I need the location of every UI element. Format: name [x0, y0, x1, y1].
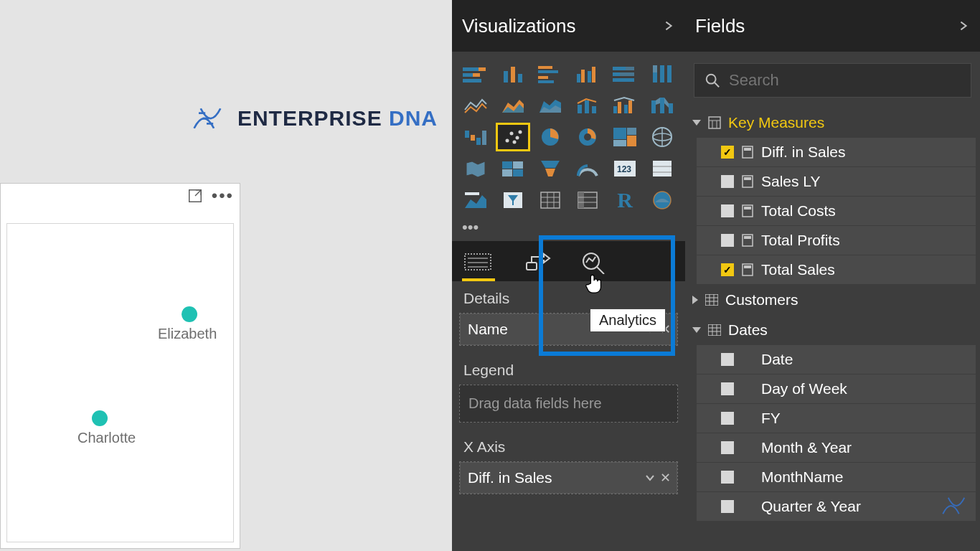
svg-rect-61: [613, 140, 626, 146]
matrix-icon[interactable]: [571, 187, 604, 214]
table-customers[interactable]: Customers: [687, 285, 980, 315]
field-sales-ly[interactable]: Sales LY: [697, 167, 976, 196]
svg-rect-24: [620, 72, 634, 76]
focus-mode-icon[interactable]: [187, 188, 203, 204]
card-icon[interactable]: 123: [608, 155, 641, 182]
hundred-column-icon[interactable]: [646, 60, 679, 88]
table-icon[interactable]: [534, 187, 567, 214]
panel-header: Fields: [685, 0, 980, 52]
field-total-costs[interactable]: Total Costs: [697, 197, 976, 225]
data-point[interactable]: [92, 410, 108, 426]
field-quarter-year[interactable]: Quarter & Year: [697, 492, 976, 521]
checkbox-icon[interactable]: [721, 146, 734, 159]
svg-rect-105: [744, 148, 751, 151]
scatter-chart-icon[interactable]: [496, 123, 529, 151]
checkbox-icon[interactable]: [721, 204, 734, 217]
checkbox-icon[interactable]: [721, 412, 734, 425]
arcgis-icon[interactable]: [646, 187, 679, 214]
field-month-year[interactable]: Month & Year: [697, 433, 976, 462]
kpi-icon[interactable]: [459, 187, 492, 214]
svg-rect-107: [744, 177, 751, 180]
stacked-column-icon[interactable]: [496, 60, 529, 88]
svg-rect-111: [744, 236, 751, 239]
svg-rect-86: [578, 192, 584, 208]
field-pill[interactable]: Diff. in Sales ✕: [460, 462, 677, 494]
field-date[interactable]: Date: [697, 345, 976, 374]
chevron-down-icon[interactable]: [645, 473, 655, 483]
svg-rect-11: [511, 67, 515, 83]
legend-well[interactable]: Drag data fields here: [459, 385, 678, 423]
svg-point-50: [506, 139, 509, 143]
svg-rect-43: [669, 103, 673, 113]
field-total-profits[interactable]: Total Profits: [697, 226, 976, 255]
field-monthname[interactable]: MonthName: [697, 463, 976, 491]
field-diff-in-sales[interactable]: Diff. in Sales: [697, 138, 976, 166]
gauge-icon[interactable]: [571, 155, 604, 182]
scatter-visual[interactable]: ••• Elizabeth Charlotte: [0, 183, 240, 549]
collapse-icon[interactable]: [662, 19, 675, 32]
filled-map-icon[interactable]: [459, 155, 492, 182]
checkbox-icon[interactable]: [721, 471, 734, 484]
svg-line-99: [715, 83, 719, 87]
checkbox-icon[interactable]: [721, 263, 734, 276]
field-fy[interactable]: FY: [697, 404, 976, 433]
table-dates[interactable]: Dates: [687, 315, 980, 345]
search-box[interactable]: [694, 63, 971, 98]
line-stacked-column-icon[interactable]: [571, 92, 604, 119]
svg-line-4: [195, 190, 201, 196]
donut-chart-icon[interactable]: [571, 123, 604, 151]
checkbox-icon[interactable]: [721, 234, 734, 247]
svg-rect-35: [585, 100, 589, 113]
fields-tab[interactable]: [463, 251, 494, 276]
line-clustered-column-icon[interactable]: [608, 92, 641, 119]
stacked-bar-icon[interactable]: [459, 60, 492, 88]
collapse-icon[interactable]: [957, 19, 970, 32]
funnel-icon[interactable]: [534, 155, 567, 182]
r-visual-icon[interactable]: R: [608, 187, 641, 214]
field-day-of-week[interactable]: Day of Week: [697, 375, 976, 403]
viz-gallery: 123 R: [452, 52, 685, 217]
checkbox-icon[interactable]: [721, 353, 734, 366]
clustered-bar-icon[interactable]: [534, 60, 567, 88]
expand-icon: [692, 120, 701, 126]
svg-rect-36: [592, 106, 596, 113]
slicer-icon[interactable]: [496, 187, 529, 214]
checkbox-icon[interactable]: [721, 382, 734, 395]
pie-chart-icon[interactable]: [534, 123, 567, 151]
measure-icon: [741, 234, 754, 247]
svg-rect-65: [502, 161, 512, 169]
xaxis-well[interactable]: Diff. in Sales ✕: [459, 461, 678, 494]
data-point[interactable]: [182, 306, 197, 322]
checkbox-icon[interactable]: [721, 441, 734, 454]
svg-rect-10: [504, 71, 508, 83]
field-total-sales[interactable]: Total Sales: [697, 255, 976, 284]
svg-point-52: [516, 136, 519, 140]
search-input[interactable]: [729, 71, 961, 90]
multi-row-card-icon[interactable]: [646, 155, 679, 182]
ribbon-chart-icon[interactable]: [646, 92, 679, 119]
checkbox-icon[interactable]: [721, 175, 734, 188]
line-chart-icon[interactable]: [459, 92, 492, 119]
svg-rect-20: [592, 67, 595, 83]
remove-field-icon[interactable]: ✕: [660, 470, 671, 486]
map-icon[interactable]: [646, 123, 679, 151]
fields-panel: Fields Key Measures Diff. in Sales Sales…: [685, 0, 980, 551]
fields-tree: Key Measures Diff. in Sales Sales LY Tot…: [685, 108, 980, 521]
waterfall-icon[interactable]: [459, 123, 492, 151]
data-label: Elizabeth: [158, 326, 217, 342]
more-options-icon[interactable]: •••: [212, 191, 234, 201]
area-chart-icon[interactable]: [496, 92, 529, 119]
more-visuals-icon[interactable]: •••: [452, 217, 685, 241]
panel-header: Visualizations: [452, 0, 685, 52]
format-tab[interactable]: [522, 251, 552, 276]
shape-map-icon[interactable]: [496, 155, 529, 182]
well-label-legend: Legend: [452, 353, 685, 385]
stacked-area-icon[interactable]: [534, 92, 567, 119]
treemap-icon[interactable]: [608, 123, 641, 151]
clustered-column-icon[interactable]: [571, 60, 604, 88]
checkbox-icon[interactable]: [721, 500, 734, 513]
svg-rect-95: [527, 263, 537, 270]
hundred-bar-icon[interactable]: [608, 60, 641, 88]
svg-rect-67: [502, 169, 512, 176]
table-key-measures[interactable]: Key Measures: [687, 108, 980, 138]
